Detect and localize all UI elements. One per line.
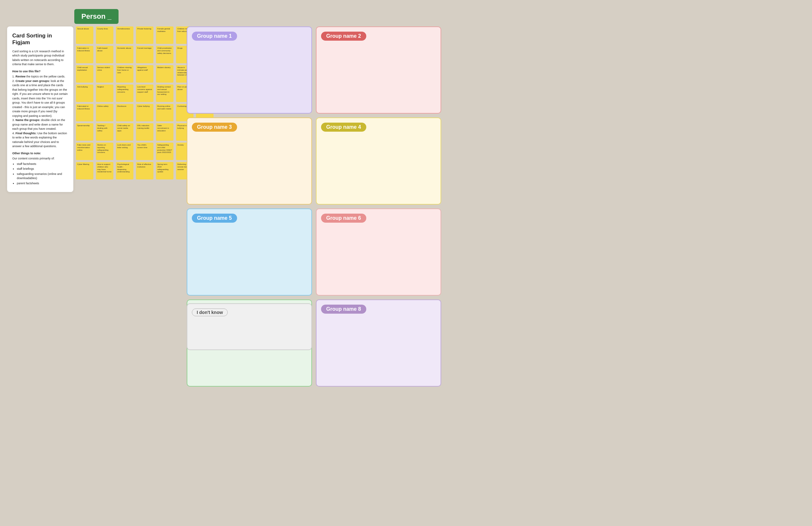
sticky-note[interactable]: Child safety on social media apps (116, 123, 133, 141)
sticky-note[interactable]: Low level concerns against support staff (136, 85, 154, 102)
person-button-label: Person _ (82, 12, 112, 21)
sticky-note[interactable]: Fabricated or induced illness (76, 104, 93, 121)
sticky-note[interactable]: Female genital mutilation (156, 27, 173, 44)
bullet-list: staff factsheets staff briefings safegua… (12, 162, 68, 186)
bullet-4: parent factsheets (17, 181, 68, 186)
sticky-note[interactable]: Allegations against staff (136, 65, 154, 82)
sticky-note[interactable]: Domestic abuse (116, 46, 133, 63)
group-label-4[interactable]: Group name 4 (321, 123, 366, 132)
panel-title: Card Sorting in Figjam (12, 32, 68, 46)
bullet-2: staff briefings (17, 167, 68, 171)
sticky-note[interactable]: Role of effective institution (136, 162, 154, 179)
group-box-1: Group name 1 (187, 27, 312, 114)
sticky-note[interactable]: Online safety (96, 104, 113, 121)
group-box-6: Group name 6 (316, 209, 441, 296)
sticky-note[interactable]: Psychological health - deepening underst… (116, 162, 133, 179)
sticky-note[interactable]: Safer recruitment in education (156, 123, 173, 141)
other-intro: Our content consists primarily of: (12, 156, 68, 161)
sticky-note[interactable]: Spearmanship (76, 123, 93, 141)
sticky-note[interactable]: Fabrication in induced illness (76, 46, 93, 63)
sticky-note[interactable]: You child's screen time (136, 142, 154, 160)
step-3: 3. Name the groups: double click on the … (12, 118, 68, 131)
other-title: Other things to note: (12, 151, 68, 156)
idontknow-box: I don't know (187, 303, 312, 350)
bullet-1: staff factsheets (17, 162, 68, 166)
sticky-note[interactable]: Tackling / dealing with safety (96, 123, 113, 141)
sticky-note[interactable]: Sexual abuse (76, 27, 93, 44)
sticky-note[interactable]: Forced marriage (136, 46, 154, 63)
group-box-8: Group name 8 (316, 299, 441, 387)
sticky-note[interactable]: Homelessness (116, 27, 133, 44)
group-box-4: Group name 4 (316, 118, 441, 205)
step-1: 1. Review the topics on the yellow cards… (12, 75, 68, 79)
group-box-5: Group name 5 (187, 209, 312, 296)
sticky-note[interactable]: County lines (96, 27, 113, 44)
group-box-3: Group name 3 (187, 118, 312, 205)
sticky-note[interactable]: Anti-bullying (76, 85, 93, 102)
sticky-note[interactable]: Reporting safeguarding concerns (116, 85, 133, 102)
sticky-note[interactable]: Neglect (96, 85, 113, 102)
how-to-title: How to use this file? (12, 70, 68, 74)
sticky-note[interactable]: Lock doors and letter writing (116, 142, 133, 160)
sticky-note[interactable]: Modern slavery (156, 65, 173, 82)
group-label-5[interactable]: Group name 5 (192, 214, 237, 223)
group-label-6[interactable]: Group name 6 (321, 214, 366, 223)
sticky-note[interactable]: How to support children who may have res… (96, 162, 113, 179)
sticky-note[interactable]: Child prostitution and community safety … (156, 46, 173, 63)
group-label-1[interactable]: Group name 1 (192, 32, 237, 41)
sticky-note[interactable]: Safeguarding and child protection INSET … (156, 142, 173, 160)
idontknow-label: I don't know (192, 309, 228, 316)
sticky-note[interactable]: DSL induction training toolkit (136, 123, 154, 141)
sticky-note[interactable]: Disclosure (116, 104, 133, 121)
sticky-note[interactable]: Serious violent crime (96, 65, 113, 82)
sticky-note[interactable]: Cyber filtering (76, 162, 93, 179)
sticky-note[interactable]: Child sexual exploitation (76, 65, 93, 82)
step-2: 2. Create your own groups: look at the c… (12, 79, 68, 118)
sticky-note[interactable]: Dealing contact and sexual harassment in… (156, 85, 173, 102)
sticky-note[interactable]: Children missing from home or care (116, 65, 133, 82)
sticky-note[interactable]: Stories on reporting safeguarding concer… (96, 142, 113, 160)
group-label-3[interactable]: Group name 3 (192, 123, 237, 132)
group-box-2: Group name 2 (316, 27, 441, 114)
instructions-panel: Card Sorting in Figjam Card sorting is a… (7, 27, 73, 192)
sticky-note[interactable]: Running online and swim meets (156, 104, 173, 121)
group-label-2[interactable]: Group name 2 (321, 32, 366, 41)
group-label-8[interactable]: Group name 8 (321, 305, 366, 314)
sticky-note[interactable]: Faith-based abuse (96, 46, 113, 63)
sticky-note[interactable]: Spring term 2022 safeguarding update (156, 162, 173, 179)
sticky-note[interactable]: Fake news and misinformation online (76, 142, 93, 160)
step-4: 4. Final thoughts: Use the bottom sectio… (12, 131, 68, 149)
bullet-3: safeguarding scenarios (online and downl… (17, 172, 68, 181)
person-button[interactable]: Person _ (74, 9, 118, 24)
sticky-note[interactable]: Cyber bullying (136, 104, 154, 121)
panel-intro: Card sorting is a UX research method in … (12, 49, 68, 67)
sticky-note[interactable]: Private fostering (136, 27, 154, 44)
